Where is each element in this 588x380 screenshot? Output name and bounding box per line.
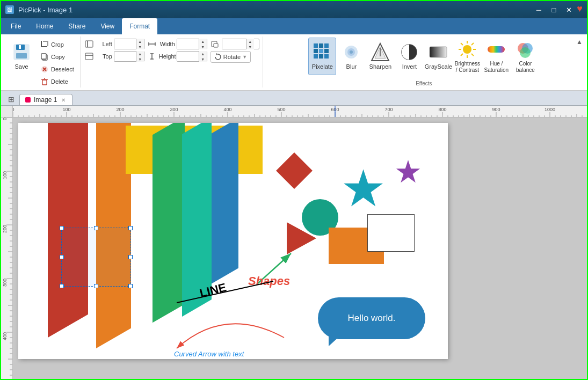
invert-button[interactable]: Invert bbox=[395, 38, 423, 75]
shape-diamond bbox=[276, 152, 313, 189]
tab-grid-button[interactable]: ⊞ bbox=[5, 93, 17, 105]
shape-blue-para bbox=[212, 123, 238, 283]
tab-close-button[interactable]: ✕ bbox=[60, 97, 67, 104]
left-up-arrow[interactable]: ▲ bbox=[136, 39, 144, 44]
top-up-arrow[interactable]: ▲ bbox=[136, 51, 144, 56]
maximize-button[interactable]: □ bbox=[547, 3, 561, 16]
left-input-row: Left 76 px ▲ ▼ bbox=[85, 39, 144, 49]
svg-rect-12 bbox=[85, 41, 93, 47]
svg-rect-5 bbox=[41, 54, 46, 59]
svg-marker-24 bbox=[216, 53, 218, 55]
colorbalance-button[interactable]: Color balance bbox=[511, 38, 539, 75]
zoom-input[interactable]: 100 % ▲ ▼ bbox=[222, 39, 259, 49]
ribbon-group-effects: Pixelate Blur bbox=[264, 36, 584, 87]
svg-rect-33 bbox=[324, 54, 329, 59]
top-input[interactable]: 199 px ▲ ▼ bbox=[114, 51, 144, 62]
menu-home[interactable]: Home bbox=[28, 18, 61, 34]
copy-button[interactable]: Copy bbox=[38, 51, 77, 63]
invert-icon bbox=[400, 42, 419, 62]
height-down-arrow[interactable]: ▼ bbox=[199, 56, 207, 62]
svg-rect-2 bbox=[16, 53, 27, 59]
svg-rect-27 bbox=[324, 43, 329, 48]
close-button[interactable]: ✕ bbox=[562, 3, 576, 16]
hue-icon bbox=[487, 40, 506, 59]
width-down-arrow[interactable]: ▼ bbox=[199, 44, 207, 49]
zoom-value[interactable]: 100 % bbox=[222, 39, 246, 49]
top-down-arrow[interactable]: ▼ bbox=[136, 56, 144, 62]
grayscale-button[interactable]: GrayScale bbox=[424, 38, 452, 75]
height-value[interactable]: 114 px bbox=[177, 52, 199, 61]
left-spin-arrows: ▲ ▼ bbox=[136, 39, 144, 49]
svg-rect-51 bbox=[488, 46, 505, 53]
menu-format[interactable]: Format bbox=[122, 18, 157, 34]
grayscale-icon bbox=[429, 42, 448, 62]
colorbalance-icon bbox=[516, 40, 535, 59]
image1-tab[interactable]: Image 1 ✕ bbox=[19, 94, 72, 105]
width-input[interactable]: 121 px ▲ ▼ bbox=[177, 39, 207, 49]
position-inputs: Left 76 px ▲ ▼ Top 199 p bbox=[85, 39, 144, 62]
canvas-area: ★ ★ Shapes LINE bbox=[1, 106, 587, 380]
handle-bm bbox=[94, 284, 98, 288]
menu-share[interactable]: Share bbox=[61, 18, 93, 34]
blur-icon bbox=[342, 42, 361, 62]
top-input-row: Top 199 px ▲ ▼ bbox=[85, 51, 144, 62]
crop-button[interactable]: Crop bbox=[38, 39, 77, 50]
rotate-input-row: Rotate ▼ bbox=[210, 51, 259, 63]
svg-rect-14 bbox=[85, 53, 93, 60]
handle-tr bbox=[128, 226, 133, 230]
save-button[interactable]: Save bbox=[8, 38, 35, 75]
delete-button[interactable]: Delete bbox=[38, 76, 77, 87]
height-input[interactable]: 114 px ▲ ▼ bbox=[177, 51, 207, 62]
zoom-down-arrow[interactable]: ▼ bbox=[246, 44, 254, 49]
width-value[interactable]: 121 px bbox=[177, 39, 199, 49]
title-bar-left: 🖼 PicPick - Image 1 bbox=[5, 5, 72, 14]
deselect-button[interactable]: Deselect bbox=[38, 63, 77, 75]
left-value[interactable]: 76 px bbox=[114, 39, 136, 49]
effects-section-label: Effects bbox=[267, 81, 580, 86]
height-input-row: Height 114 px ▲ ▼ bbox=[148, 51, 207, 62]
svg-line-47 bbox=[461, 43, 463, 45]
blur-button[interactable]: Blur bbox=[337, 38, 365, 75]
left-down-arrow[interactable]: ▼ bbox=[136, 44, 144, 49]
file-actions-content: Save Crop Copy Deselect Delete bbox=[8, 38, 77, 87]
width-up-arrow[interactable]: ▲ bbox=[199, 39, 207, 44]
tab-label: Image 1 bbox=[34, 96, 57, 104]
window-controls: ─ □ ✕ ♥ bbox=[532, 3, 583, 16]
ruler-corner bbox=[1, 106, 13, 118]
handle-tm bbox=[94, 226, 98, 230]
effects-content: Pixelate Blur bbox=[308, 38, 539, 81]
hue-button[interactable]: Hue / Saturation bbox=[482, 38, 510, 75]
svg-rect-28 bbox=[314, 49, 318, 53]
sharpen-button[interactable]: Sharpen bbox=[366, 38, 394, 75]
menu-view[interactable]: View bbox=[93, 18, 122, 34]
svg-rect-9 bbox=[42, 80, 47, 85]
rotate-button[interactable]: Rotate ▼ bbox=[210, 51, 251, 63]
brightness-button[interactable]: Brightness / Contrast bbox=[453, 38, 481, 75]
menu-file[interactable]: File bbox=[3, 18, 28, 34]
height-up-arrow[interactable]: ▲ bbox=[199, 51, 207, 56]
ribbon-collapse-button[interactable]: ▲ bbox=[574, 36, 585, 47]
ribbon-group-position: Left 76 px ▲ ▼ Top 199 p bbox=[82, 36, 263, 87]
menu-bar: File Home Share View Format bbox=[1, 18, 587, 34]
shape-curved-arrow: Curved Arrow with text bbox=[144, 295, 306, 359]
handle-ml bbox=[60, 255, 64, 259]
svg-text:Curved Arrow with text: Curved Arrow with text bbox=[174, 350, 245, 358]
canvas-scroll-area: ★ ★ Shapes LINE bbox=[1, 118, 587, 380]
svg-point-54 bbox=[520, 47, 531, 58]
horizontal-ruler bbox=[13, 106, 587, 118]
minimize-button[interactable]: ─ bbox=[532, 3, 546, 16]
ruler-top bbox=[1, 106, 587, 118]
top-value[interactable]: 199 px bbox=[114, 52, 136, 61]
image-canvas[interactable]: ★ ★ Shapes LINE bbox=[13, 118, 587, 380]
pixelate-button[interactable]: Pixelate bbox=[308, 38, 336, 75]
app-icon: 🖼 bbox=[5, 5, 14, 14]
width-input-row: Width 121 px ▲ ▼ bbox=[148, 39, 207, 49]
zoom-up-arrow[interactable]: ▲ bbox=[246, 39, 254, 44]
crop-deselect-col: Crop Copy Deselect Delete bbox=[38, 39, 77, 87]
svg-rect-25 bbox=[314, 43, 318, 48]
selection-box bbox=[61, 228, 131, 287]
left-input[interactable]: 76 px ▲ ▼ bbox=[114, 39, 144, 49]
svg-rect-32 bbox=[319, 54, 323, 59]
handle-tl bbox=[60, 226, 64, 230]
handle-mr bbox=[128, 255, 133, 259]
